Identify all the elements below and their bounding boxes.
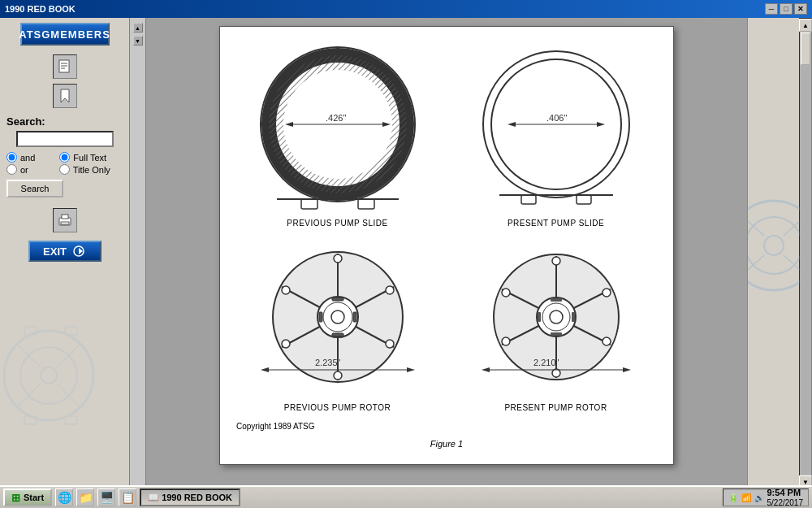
start-icon: ⊞ bbox=[11, 492, 20, 504]
radio-or[interactable]: or bbox=[6, 164, 28, 175]
sidebar-decoration bbox=[0, 262, 130, 489]
svg-point-91 bbox=[764, 236, 784, 255]
taskbar-media-icon[interactable]: 🖥️ bbox=[97, 488, 115, 506]
radio-and[interactable]: and bbox=[6, 152, 35, 163]
svg-rect-20 bbox=[65, 416, 77, 424]
svg-rect-19 bbox=[24, 416, 37, 424]
app-body: ATSGMEMBERS Search: and bbox=[0, 18, 812, 489]
svg-marker-86 bbox=[482, 367, 490, 372]
vertical-scrollbar[interactable]: ▲ ▼ bbox=[799, 18, 812, 489]
taskbar-item-icon: 📖 bbox=[148, 493, 159, 503]
maximize-button[interactable]: □ bbox=[780, 3, 793, 15]
svg-point-72 bbox=[552, 257, 560, 265]
svg-rect-29 bbox=[301, 199, 317, 209]
scroll-track[interactable] bbox=[800, 33, 811, 475]
svg-point-74 bbox=[603, 337, 611, 345]
exit-icon bbox=[71, 245, 86, 257]
diagram-present-pump-slide: .406" PRESENT PUMP SLIDE bbox=[455, 43, 657, 228]
taskbar-right: 🔋 📶 🔊 9:54 PM 5/22/2017 bbox=[723, 488, 810, 506]
radio-title-only[interactable]: Title Only bbox=[59, 164, 110, 175]
svg-marker-63 bbox=[407, 367, 415, 372]
close-button[interactable]: ✕ bbox=[794, 3, 807, 15]
svg-marker-87 bbox=[623, 367, 631, 372]
svg-rect-81 bbox=[551, 332, 562, 336]
search-options: and Full Text or Title Only bbox=[6, 152, 110, 175]
present-pump-rotor-label: PRESENT PUMP ROTOR bbox=[504, 403, 607, 412]
start-button[interactable]: ⊞ Start bbox=[3, 488, 52, 506]
svg-text:.426": .426" bbox=[326, 113, 346, 123]
figure-caption: Figure 1 bbox=[430, 439, 463, 449]
svg-point-90 bbox=[748, 217, 800, 274]
taskbar-ie-icon[interactable]: 🌐 bbox=[55, 488, 73, 506]
svg-point-51 bbox=[334, 371, 342, 380]
svg-rect-58 bbox=[319, 312, 322, 322]
svg-line-14 bbox=[16, 384, 41, 408]
svg-marker-9 bbox=[79, 248, 83, 254]
diagram-present-pump-rotor: 2.210" PRESENT PUMP ROTOR bbox=[455, 244, 657, 412]
tray-network-icon: 📶 bbox=[741, 493, 751, 502]
toolbar-icon-1[interactable] bbox=[53, 54, 77, 79]
svg-rect-18 bbox=[65, 327, 77, 335]
svg-point-76 bbox=[502, 337, 510, 345]
svg-marker-62 bbox=[261, 367, 269, 372]
svg-point-89 bbox=[748, 201, 800, 290]
svg-point-48 bbox=[334, 254, 342, 263]
atsg-members-button[interactable]: ATSGMEMBERS bbox=[20, 23, 110, 46]
search-button[interactable]: Search bbox=[6, 180, 63, 198]
svg-rect-17 bbox=[24, 327, 37, 335]
svg-point-53 bbox=[282, 286, 290, 294]
nav-down[interactable]: ▼ bbox=[133, 36, 143, 46]
title-bar: 1990 RED BOOK ─ □ ✕ bbox=[0, 0, 812, 18]
nav-up[interactable]: ▲ bbox=[133, 23, 143, 33]
present-pump-slide-svg: .406" bbox=[463, 43, 650, 214]
prev-pump-rotor-label: PREVIOUS PUMP ROTOR bbox=[284, 403, 391, 412]
exit-btn-wrapper: EXIT bbox=[28, 241, 102, 262]
search-label: Search: bbox=[6, 115, 45, 128]
taskbar-extra-icon[interactable]: 📋 bbox=[119, 488, 136, 506]
svg-rect-82 bbox=[538, 312, 541, 322]
clock: 9:54 PM 5/22/2017 bbox=[767, 488, 804, 507]
taskbar-item-label: 1990 RED BOOK bbox=[162, 493, 232, 502]
scroll-up-button[interactable]: ▲ bbox=[799, 19, 812, 32]
taskbar: ⊞ Start 🌐 📁 🖥️ 📋 📖 1990 RED BOOK 🔋 📶 🔊 9… bbox=[0, 485, 812, 508]
window-controls: ─ □ ✕ bbox=[765, 3, 807, 15]
svg-rect-7 bbox=[61, 222, 69, 224]
scroll-thumb[interactable] bbox=[801, 33, 810, 65]
diagram-prev-pump-rotor: 2.235" PREVIOUS PUMP ROTOR bbox=[236, 244, 438, 412]
svg-rect-56 bbox=[332, 297, 343, 301]
svg-text:2.235": 2.235" bbox=[315, 358, 341, 367]
tray-volume-icon: 🔊 bbox=[754, 493, 764, 502]
svg-line-12 bbox=[16, 343, 41, 367]
svg-point-52 bbox=[282, 340, 290, 348]
svg-line-93 bbox=[784, 221, 800, 236]
exit-button[interactable]: EXIT bbox=[28, 241, 102, 262]
svg-rect-38 bbox=[521, 195, 536, 204]
search-input[interactable] bbox=[16, 131, 114, 147]
sidebar: ATSGMEMBERS Search: and bbox=[0, 18, 130, 489]
svg-rect-59 bbox=[353, 312, 356, 322]
svg-text:.406": .406" bbox=[546, 113, 567, 123]
tray-battery-icon: 🔋 bbox=[728, 493, 738, 502]
right-strip: ▲ ▼ bbox=[747, 18, 812, 489]
svg-rect-30 bbox=[358, 199, 374, 209]
svg-point-16 bbox=[41, 367, 57, 384]
window-title: 1990 RED BOOK bbox=[5, 4, 765, 14]
minimize-button[interactable]: ─ bbox=[765, 3, 778, 15]
svg-line-95 bbox=[784, 255, 800, 270]
svg-rect-83 bbox=[572, 312, 575, 322]
svg-rect-57 bbox=[332, 333, 343, 336]
taskbar-folder-icon[interactable]: 📁 bbox=[76, 488, 94, 506]
toolbar-icon-2[interactable] bbox=[53, 84, 77, 108]
svg-text:2.210": 2.210" bbox=[533, 358, 559, 367]
radio-full-text[interactable]: Full Text bbox=[59, 152, 106, 163]
prev-pump-slide-label: PREVIOUS PUMP SLIDE bbox=[287, 219, 387, 228]
taskbar-redbook-item[interactable]: 📖 1990 RED BOOK bbox=[140, 488, 240, 506]
svg-line-13 bbox=[57, 343, 81, 367]
svg-rect-6 bbox=[62, 215, 68, 219]
svg-point-49 bbox=[386, 286, 394, 294]
diagram-prev-pump-slide: .426" PREVIOUS PUMP SLIDE bbox=[236, 43, 438, 228]
toolbar-icon-3[interactable] bbox=[53, 208, 77, 232]
svg-point-84 bbox=[550, 310, 563, 323]
svg-line-92 bbox=[748, 221, 764, 236]
diagram-grid: .426" PREVIOUS PUMP SLIDE bbox=[236, 43, 657, 412]
